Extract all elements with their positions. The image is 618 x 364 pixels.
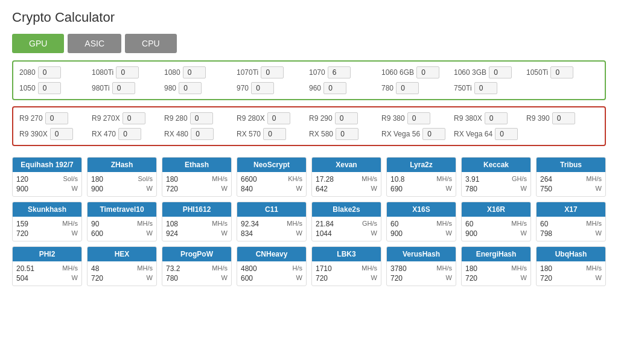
nvidia-gpu-item: 1050 bbox=[19, 82, 92, 94]
gpu-input[interactable] bbox=[396, 82, 419, 94]
algo-header: LBK3 bbox=[312, 247, 381, 261]
gpu-input[interactable] bbox=[489, 66, 512, 78]
gpu-label: R9 380 bbox=[381, 114, 405, 123]
algo-hashrate: 159 bbox=[16, 220, 62, 228]
algo-hashrate: 6600 bbox=[241, 175, 288, 184]
amd-gpu-item: R9 270 bbox=[19, 112, 92, 124]
algo-header: Xevan bbox=[312, 158, 381, 172]
algo-hashrate-unit: MH/s bbox=[511, 264, 527, 273]
tab-cpu[interactable]: CPU bbox=[125, 34, 177, 53]
algo-header: Tribus bbox=[537, 158, 605, 172]
algo-hashrate-unit: MH/s bbox=[362, 175, 377, 184]
algo-header: Equihash 192/7 bbox=[13, 158, 81, 172]
algo-header: Ethash bbox=[162, 158, 231, 172]
algo-header: UbqHash bbox=[537, 247, 605, 261]
gpu-input[interactable] bbox=[179, 82, 202, 94]
gpu-input[interactable] bbox=[45, 112, 68, 124]
algo-power-unit: W bbox=[288, 185, 302, 193]
amd-gpu-item: RX Vega 56 bbox=[381, 128, 454, 140]
amd-gpu-item: R9 380 bbox=[381, 112, 454, 124]
gpu-input[interactable] bbox=[407, 112, 430, 124]
algo-power: 924 bbox=[166, 229, 212, 238]
amd-gpu-item: RX 470 bbox=[92, 128, 164, 140]
gpu-input[interactable] bbox=[116, 66, 139, 78]
gpu-input[interactable] bbox=[190, 112, 213, 124]
amd-gpu-item: RX 580 bbox=[309, 128, 381, 140]
nvidia-gpu-box: 2080 1080Ti 1080 1070Ti 1070 1060 6GB 10… bbox=[12, 60, 606, 100]
gpu-input[interactable] bbox=[328, 66, 351, 78]
gpu-input[interactable] bbox=[267, 112, 290, 124]
algo-hashrate: 3.91 bbox=[465, 175, 512, 184]
algo-body: 21.84 GH/s 1044 W bbox=[312, 217, 381, 241]
gpu-input[interactable] bbox=[118, 128, 141, 140]
algo-power-unit: W bbox=[586, 229, 602, 238]
algo-hashrate-unit: MH/s bbox=[586, 175, 602, 184]
gpu-input[interactable] bbox=[38, 66, 61, 78]
gpu-input[interactable] bbox=[550, 66, 573, 78]
algo-power-unit: W bbox=[63, 185, 78, 193]
algo-power-unit: W bbox=[362, 274, 377, 283]
algo-power-unit: W bbox=[436, 229, 452, 238]
algo-hashrate-unit: MH/s bbox=[436, 264, 452, 273]
algo-power: 690 bbox=[390, 185, 436, 193]
algo-power-unit: W bbox=[511, 229, 527, 238]
algo-power-unit: W bbox=[137, 274, 153, 283]
algo-card: ZHash 180 Sol/s 900 W bbox=[87, 157, 157, 197]
algo-power: 720 bbox=[16, 229, 62, 238]
algo-hashrate-unit: MH/s bbox=[586, 264, 602, 273]
algo-body: 73.2 MH/s 780 W bbox=[162, 261, 231, 286]
gpu-input[interactable] bbox=[335, 112, 358, 124]
algo-body: 4800 H/s 600 W bbox=[237, 261, 306, 286]
algo-card: Lyra2z 10.8 MH/s 690 W bbox=[386, 157, 456, 197]
gpu-input[interactable] bbox=[263, 128, 286, 140]
gpu-input[interactable] bbox=[323, 82, 346, 94]
gpu-input[interactable] bbox=[552, 112, 575, 124]
nvidia-gpu-item: 2080 bbox=[19, 66, 92, 78]
algo-hashrate: 1710 bbox=[316, 264, 362, 273]
gpu-input[interactable] bbox=[495, 128, 518, 140]
algo-card: EnergiHash 180 MH/s 720 W bbox=[461, 246, 531, 286]
algo-hashrate-unit: H/s bbox=[293, 264, 303, 273]
algo-card: Skunkhash 159 MH/s 720 W bbox=[12, 202, 82, 241]
algo-power-unit: W bbox=[62, 274, 78, 283]
algo-hashrate: 180 bbox=[465, 264, 511, 273]
gpu-input[interactable] bbox=[38, 82, 61, 94]
gpu-input[interactable] bbox=[485, 112, 508, 124]
gpu-input[interactable] bbox=[123, 112, 145, 124]
algo-power: 900 bbox=[465, 229, 511, 238]
algo-header: Keccak bbox=[462, 158, 530, 172]
algo-hashrate-unit: MH/s bbox=[137, 264, 153, 273]
gpu-label: RX 480 bbox=[164, 130, 188, 138]
gpu-input[interactable] bbox=[112, 82, 135, 94]
algo-card: CNHeavy 4800 H/s 600 W bbox=[237, 246, 307, 286]
algo-hashrate: 73.2 bbox=[166, 264, 212, 273]
algo-header: X16R bbox=[462, 202, 530, 217]
gpu-input[interactable] bbox=[191, 128, 214, 140]
gpu-label: RX Vega 56 bbox=[381, 130, 420, 138]
gpu-input[interactable] bbox=[474, 82, 497, 94]
algo-header: HEX bbox=[88, 247, 156, 261]
tab-gpu[interactable]: GPU bbox=[12, 34, 64, 53]
algo-power: 1044 bbox=[316, 229, 362, 238]
algo-hashrate: 60 bbox=[540, 220, 586, 228]
gpu-label: 1050Ti bbox=[526, 68, 548, 77]
gpu-input[interactable] bbox=[251, 82, 274, 94]
algo-power-unit: W bbox=[293, 274, 303, 283]
algo-body: 48 MH/s 720 W bbox=[88, 261, 156, 286]
gpu-label: R9 280X bbox=[237, 114, 265, 123]
algo-hashrate: 21.84 bbox=[316, 220, 362, 228]
amd-gpu-item: R9 380X bbox=[454, 112, 526, 124]
gpu-input[interactable] bbox=[416, 66, 439, 78]
algo-body: 20.51 MH/s 504 W bbox=[13, 261, 81, 286]
algo-card: UbqHash 180 MH/s 720 W bbox=[536, 246, 606, 286]
algo-power: 720 bbox=[390, 274, 436, 283]
gpu-input[interactable] bbox=[183, 66, 206, 78]
algo-power-unit: W bbox=[287, 229, 302, 238]
gpu-input[interactable] bbox=[261, 66, 284, 78]
algo-hashrate: 4800 bbox=[241, 264, 293, 273]
gpu-input[interactable] bbox=[422, 128, 445, 140]
algo-hashrate-unit: MH/s bbox=[137, 220, 153, 228]
gpu-input[interactable] bbox=[336, 128, 358, 140]
tab-asic[interactable]: ASIC bbox=[68, 34, 121, 53]
gpu-input[interactable] bbox=[50, 128, 73, 140]
